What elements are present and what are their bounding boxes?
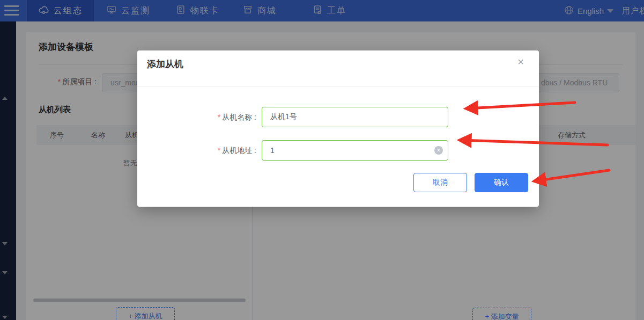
- cancel-button[interactable]: 取消: [413, 173, 467, 192]
- close-icon[interactable]: ×: [514, 56, 527, 68]
- confirm-button[interactable]: 确认: [475, 173, 528, 192]
- add-slave-dialog: 添加从机 × *从机名称 : *从机地址 : × 取消 确认: [137, 50, 539, 207]
- required-mark: *: [218, 146, 220, 155]
- slave-name-label: *从机名称 :: [137, 113, 256, 122]
- slave-address-field: ×: [262, 140, 448, 161]
- required-mark: *: [218, 113, 220, 121]
- slave-address-input[interactable]: [262, 140, 448, 161]
- slave-address-label: *从机地址 :: [137, 146, 256, 156]
- dialog-title: 添加从机: [147, 58, 183, 70]
- slave-name-input[interactable]: [262, 107, 448, 127]
- app-window: 云组态 云监测 物联卡: [0, 0, 644, 320]
- divider: [137, 86, 539, 86]
- clear-input-icon[interactable]: ×: [434, 146, 443, 155]
- slave-name-field: [262, 107, 448, 127]
